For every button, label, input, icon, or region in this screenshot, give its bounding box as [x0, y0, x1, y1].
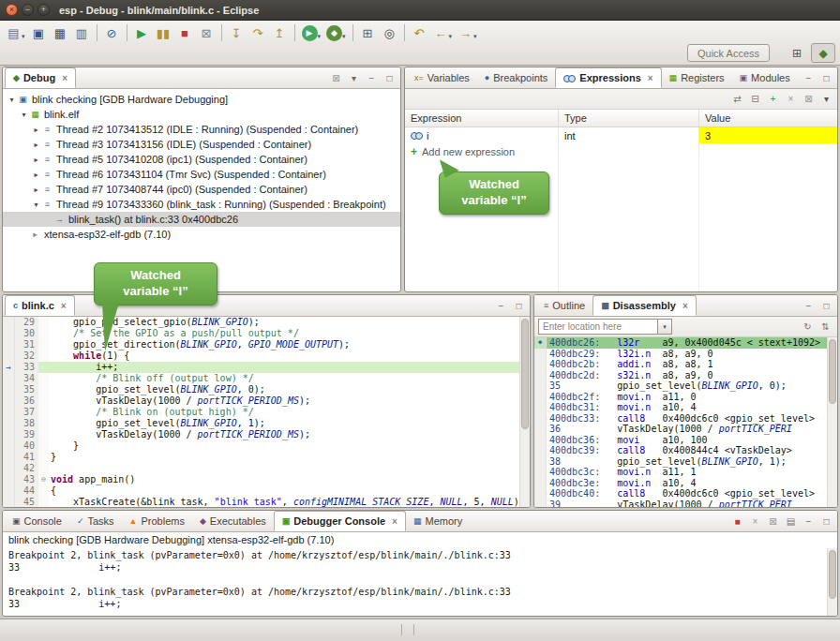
- run-icon-dropdown[interactable]: ▾: [318, 33, 322, 40]
- line-number[interactable]: 44: [15, 485, 38, 497]
- tab-variables[interactable]: x=Variables: [407, 67, 477, 88]
- column-expression[interactable]: Expression: [405, 110, 559, 127]
- tab-blink-c[interactable]: cblink.c×: [5, 295, 75, 316]
- disconnect-icon[interactable]: ⊠: [196, 23, 218, 43]
- tab-console[interactable]: ▣Console: [5, 511, 69, 531]
- disassembly-line[interactable]: 400dbc2b: addi.n a8, a8, 1: [534, 359, 827, 370]
- line-number[interactable]: 43: [15, 474, 38, 485]
- editor-line[interactable]: 39 vTaskDelay(1000 / portTICK_PERIOD_MS)…: [3, 429, 519, 440]
- terminate-icon[interactable]: ■: [729, 514, 745, 529]
- editor-line[interactable]: 34 /* Blink off (output low) */: [3, 373, 519, 384]
- line-number[interactable]: 32: [15, 350, 38, 362]
- clear-console-icon[interactable]: ▤: [783, 514, 799, 529]
- open-perspective-icon[interactable]: ⊞: [785, 43, 809, 63]
- location-combo[interactable]: Enter location here ▾: [538, 319, 672, 335]
- disassembly-line[interactable]: 400dbc31: movi.n a10, 4: [534, 402, 827, 413]
- disassembly-line[interactable]: 400dbc2f: movi.n a11, 0: [534, 392, 827, 403]
- line-number[interactable]: 35: [15, 384, 38, 395]
- scrollbar-thumb[interactable]: [521, 319, 529, 429]
- line-number[interactable]: 41: [15, 452, 38, 463]
- debug-tree-item[interactable]: ▸≡Thread #3 1073413156 (IDLE) (Suspended…: [3, 137, 400, 152]
- scrollbar-thumb[interactable]: [829, 339, 836, 404]
- editor-line[interactable]: 40 }: [3, 440, 519, 452]
- maximize-icon[interactable]: □: [818, 71, 834, 85]
- quick-access-button[interactable]: Quick Access: [687, 44, 770, 62]
- disassembly-line[interactable]: 35 gpio_set_level(BLINK_GPIO, 0);: [534, 380, 827, 392]
- tab-debug[interactable]: ◆Debug×: [5, 67, 76, 88]
- close-icon[interactable]: ×: [682, 301, 688, 311]
- new-wizard-icon-dropdown[interactable]: ▾: [22, 33, 25, 40]
- add-expression-icon[interactable]: +: [765, 92, 781, 106]
- remove-expression-icon[interactable]: ×: [783, 92, 799, 106]
- debug-tree-item[interactable]: ▸≡Thread #2 1073413512 (IDLE : Running) …: [3, 122, 400, 137]
- debug-tree-item[interactable]: ▸≡Thread #5 1073410208 (ipc1) (Suspended…: [3, 152, 400, 167]
- line-number[interactable]: 31: [15, 339, 38, 350]
- skip-breakpoints-icon[interactable]: ⊘: [101, 23, 123, 43]
- minimize-button[interactable]: −: [22, 4, 34, 16]
- editor-line[interactable]: 44{: [3, 485, 519, 497]
- line-number[interactable]: 42: [15, 463, 38, 474]
- column-type[interactable]: Type: [559, 110, 699, 127]
- new-project-icon[interactable]: ⊞: [357, 23, 379, 43]
- editor-line[interactable]: →33 i++;: [3, 362, 519, 373]
- line-number[interactable]: 39: [15, 429, 38, 440]
- fold-icon[interactable]: ⊖: [38, 474, 49, 485]
- disassembly-line[interactable]: 400dbc40: call8 0x400dc6c0 <gpio_set_lev…: [534, 488, 827, 499]
- last-edit-location-icon[interactable]: ↶: [409, 23, 430, 43]
- close-icon[interactable]: ×: [392, 516, 398, 527]
- disassembly-line[interactable]: 38 gpio_set_level(BLINK_GPIO, 1);: [534, 456, 827, 468]
- line-number[interactable]: 38: [15, 418, 38, 429]
- step-return-icon[interactable]: ↥: [269, 23, 291, 43]
- tab-problems[interactable]: ▲Problems: [122, 511, 192, 531]
- debug-tree-item[interactable]: ▸≡Thread #6 1073431104 (Tmr Svc) (Suspen…: [3, 167, 400, 182]
- expander-icon[interactable]: ▾: [7, 96, 17, 104]
- step-over-icon[interactable]: ↷: [248, 23, 269, 43]
- disassembly-line[interactable]: ◆400dbc26: l32r a9, 0x400d045c < stext+1…: [534, 337, 827, 349]
- line-number[interactable]: 37: [15, 407, 38, 418]
- close-icon[interactable]: ×: [61, 301, 67, 311]
- editor-line[interactable]: 37 /* Blink on (output high) */: [3, 407, 519, 418]
- maximize-icon[interactable]: □: [818, 514, 834, 529]
- sync-with-stack-icon[interactable]: ⇅: [818, 320, 833, 334]
- tab-memory[interactable]: ▦Memory: [406, 511, 470, 531]
- expander-icon[interactable]: ▸: [31, 126, 41, 134]
- expander-icon[interactable]: ▾: [19, 111, 29, 119]
- scrollbar-thumb[interactable]: [829, 550, 836, 599]
- step-into-icon[interactable]: ↧: [226, 23, 248, 43]
- expression-row[interactable]: iint3: [405, 127, 837, 143]
- minimize-icon[interactable]: −: [801, 299, 817, 313]
- view-menu-icon[interactable]: ▾: [346, 71, 362, 85]
- disassembly-line[interactable]: 400dbc3c: movi.n a11, 1: [534, 467, 827, 478]
- add-expression-row[interactable]: + Add new expression: [405, 143, 837, 159]
- search-icon[interactable]: ◎: [379, 23, 400, 43]
- refresh-icon[interactable]: ↻: [800, 320, 816, 334]
- editor-line[interactable]: 43⊖void app_main(): [3, 474, 519, 485]
- editor-line[interactable]: 30 /* Set the GPIO as a push/pull output…: [3, 328, 519, 339]
- close-icon[interactable]: ×: [62, 73, 68, 83]
- location-input[interactable]: Enter location here: [538, 319, 658, 335]
- disassembly-line[interactable]: 400dbc33: call8 0x400dc6c0 <gpio_set_lev…: [534, 413, 827, 425]
- tab-outline[interactable]: ≡Outline: [536, 295, 592, 316]
- location-dropdown-icon[interactable]: ▾: [658, 319, 672, 335]
- tab-breakpoints[interactable]: ●Breakpoints: [477, 67, 556, 88]
- maximize-icon[interactable]: □: [382, 71, 398, 85]
- disassembly-line[interactable]: 400dbc2d: s32i.n a8, a9, 0: [534, 370, 827, 381]
- tab-tasks[interactable]: ✓Tasks: [69, 511, 122, 531]
- terminate-icon[interactable]: ■: [174, 23, 196, 43]
- editor-line[interactable]: 36 vTaskDelay(1000 / portTICK_PERIOD_MS)…: [3, 395, 519, 407]
- collapse-all-icon[interactable]: ⊟: [747, 92, 763, 106]
- editor-line[interactable]: 38 gpio_set_level(BLINK_GPIO, 1);: [3, 418, 519, 429]
- remove-terminated-icon[interactable]: ⊠: [328, 71, 344, 85]
- maximize-icon[interactable]: □: [818, 299, 834, 313]
- disassembly-lines[interactable]: ◆400dbc26: l32r a9, 0x400d045c < stext+1…: [534, 337, 827, 507]
- disassembly-line[interactable]: 400dbc36: movi a10, 100: [534, 435, 827, 446]
- remove-all-icon[interactable]: ⊠: [801, 92, 817, 106]
- instruction-pointer-icon[interactable]: →: [3, 362, 15, 373]
- editor-line[interactable]: 35 gpio_set_level(BLINK_GPIO, 0);: [3, 384, 519, 395]
- forward-icon-dropdown[interactable]: ▾: [473, 33, 477, 40]
- tab-modules[interactable]: ▣Modules: [732, 67, 798, 88]
- line-number[interactable]: 40: [15, 440, 38, 452]
- editor-line[interactable]: 42: [3, 463, 519, 474]
- expander-icon[interactable]: ▸: [31, 186, 41, 194]
- tab-executables[interactable]: ◆Executables: [192, 511, 274, 531]
